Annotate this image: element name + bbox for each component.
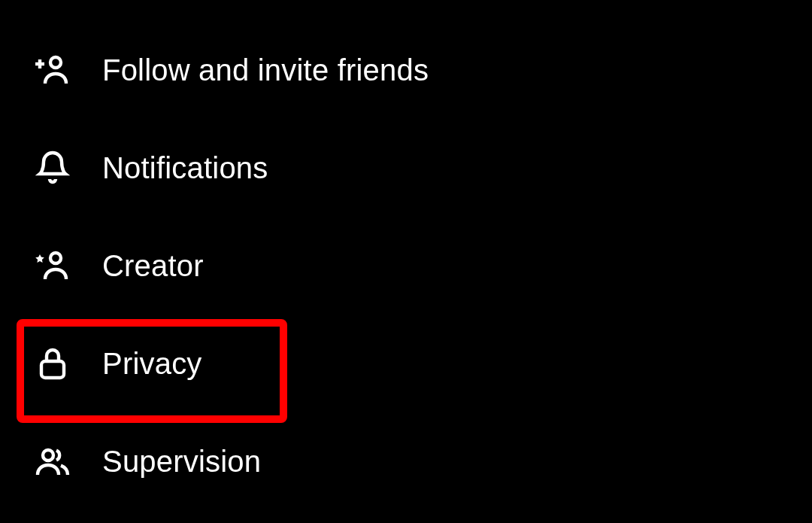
menu-item-label: Privacy <box>102 347 202 381</box>
people-icon <box>35 443 71 479</box>
svg-rect-4 <box>41 361 64 378</box>
menu-item-label: Supervision <box>102 445 261 479</box>
menu-item-privacy[interactable]: Privacy <box>0 315 812 412</box>
menu-item-notifications[interactable]: Notifications <box>0 119 812 217</box>
menu-item-label: Creator <box>102 249 204 283</box>
menu-item-creator[interactable]: Creator <box>0 217 812 315</box>
add-person-icon <box>35 52 71 88</box>
star-person-icon <box>35 248 71 284</box>
svg-point-0 <box>50 57 61 68</box>
bell-icon <box>35 150 71 186</box>
lock-icon <box>35 345 71 382</box>
svg-point-5 <box>43 450 53 461</box>
menu-item-supervision[interactable]: Supervision <box>0 412 812 510</box>
menu-item-label: Follow and invite friends <box>102 53 429 87</box>
settings-menu: Follow and invite friends Notifications … <box>0 0 812 523</box>
svg-point-3 <box>50 253 61 263</box>
menu-item-follow-invite[interactable]: Follow and invite friends <box>0 21 812 119</box>
menu-item-label: Notifications <box>102 151 268 185</box>
